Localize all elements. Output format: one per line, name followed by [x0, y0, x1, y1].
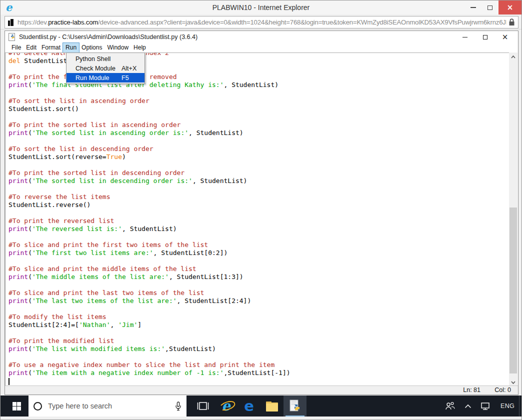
python-idle-icon	[289, 400, 301, 412]
run-menu-dropdown: Python ShellCheck ModuleAlt+XRun ModuleF…	[66, 52, 145, 84]
code-line: #To print the reversed list	[8, 217, 510, 225]
people-button[interactable]	[440, 396, 460, 416]
menu-item-accelerator: Alt+X	[122, 65, 136, 72]
windows-logo-icon	[12, 402, 21, 410]
ie-window-title: PLABWIN10 - Internet Explorer	[0, 0, 522, 14]
code-line: #To slice and print the last two items o…	[8, 289, 510, 297]
show-hidden-icons-button[interactable]	[460, 396, 476, 416]
menu-item-run-module[interactable]: Run ModuleF5	[66, 73, 144, 82]
code-line	[8, 305, 510, 313]
internet-explorer-icon: e	[222, 398, 230, 414]
menu-file[interactable]: File	[9, 43, 24, 52]
language-indicator[interactable]: ENG	[496, 396, 519, 416]
code-line	[8, 257, 510, 265]
minimize-icon	[462, 37, 468, 38]
idle-window-title: Studentlist.py - C:\Users\Admin\Download…	[19, 31, 198, 43]
menu-item-python-shell[interactable]: Python Shell	[66, 54, 144, 64]
code-line: print('The sorted list in ascending orde…	[8, 129, 510, 137]
search-placeholder: Type here to search	[48, 402, 175, 410]
status-column-number: Col: 0	[494, 386, 511, 394]
menu-help[interactable]: Help	[131, 43, 148, 52]
code-line: #To sort the list in descending order	[8, 145, 510, 153]
code-line	[8, 329, 510, 337]
cortana-icon	[34, 402, 42, 410]
ie-minimize-button[interactable]	[464, 0, 482, 14]
taskbar-python-idle-button[interactable]	[284, 396, 306, 416]
code-line	[8, 281, 510, 289]
code-line: #To use a negative index number to slice…	[8, 361, 510, 369]
code-editor[interactable]: #To delete Kathy from the list at index …	[5, 52, 510, 386]
close-icon: ×	[507, 3, 514, 12]
code-line	[8, 137, 510, 145]
code-line: StudentList.sort()	[8, 105, 510, 113]
menu-edit[interactable]: Edit	[24, 43, 39, 52]
start-button[interactable]	[4, 396, 28, 416]
show-desktop-button[interactable]	[519, 396, 522, 416]
code-line: print('The first two list items are:', S…	[8, 249, 510, 257]
scrollbar-track[interactable]	[509, 61, 518, 378]
maximize-icon	[488, 6, 492, 10]
code-line: print('The reversed list is:', StudentLi…	[8, 225, 510, 233]
code-line	[8, 209, 510, 217]
code-line: #To print the sorted list in descending …	[8, 169, 510, 177]
task-view-button[interactable]	[192, 396, 214, 416]
maximize-icon	[483, 35, 488, 40]
code-line: #To print the modified list	[8, 337, 510, 345]
address-bar[interactable]: https://dev.practice-labs.com/device-adv…	[4, 16, 518, 28]
ie-close-button[interactable]: ×	[498, 0, 522, 14]
menu-format[interactable]: Format	[39, 43, 63, 52]
menu-item-label: Check Module	[76, 65, 122, 72]
menu-item-accelerator: F5	[122, 74, 129, 82]
code-line	[8, 185, 510, 193]
code-line: #To print the sorted list in ascending o…	[8, 121, 510, 129]
network-button[interactable]	[476, 396, 496, 416]
taskbar-edge-button[interactable]: e	[238, 396, 260, 416]
code-line	[8, 377, 510, 385]
idle-menubar: FileEditFormatRunOptionsWindowHelp	[5, 43, 518, 52]
ie-maximize-button[interactable]	[482, 0, 498, 14]
taskbar-file-explorer-button[interactable]	[260, 396, 284, 416]
code-line: print('The sorted list in descending ord…	[8, 177, 510, 185]
idle-titlebar[interactable]: Studentlist.py - C:\Users\Admin\Download…	[5, 31, 518, 43]
idle-maximize-button[interactable]	[475, 31, 495, 43]
chevron-up-icon	[464, 404, 472, 408]
people-icon	[444, 402, 456, 410]
ie-address-row: https://dev.practice-labs.com/device-adv…	[0, 14, 522, 30]
menu-item-label: Python Shell	[76, 56, 122, 62]
network-icon	[480, 402, 492, 410]
code-line	[8, 89, 510, 97]
code-line: #To sort the list in ascending order	[8, 97, 510, 105]
scrollbar-thumb[interactable]	[510, 208, 517, 374]
code-line: print('The item with a negative index nu…	[8, 369, 510, 377]
code-line	[8, 233, 510, 241]
idle-minimize-button[interactable]	[455, 31, 475, 43]
ie-bottom-strip	[0, 416, 522, 420]
code-line: StudentList.sort(reverse=True)	[8, 153, 510, 161]
menu-item-check-module[interactable]: Check ModuleAlt+X	[66, 64, 144, 73]
python-file-icon	[8, 33, 16, 41]
site-favicon-icon	[8, 19, 14, 26]
scroll-up-icon[interactable]	[509, 52, 518, 61]
menu-item-label: Run Module	[76, 74, 122, 82]
close-icon: ×	[502, 34, 508, 41]
code-text: #To delete Kathy from the list at index …	[6, 52, 510, 385]
status-line-number: Ln: 81	[463, 386, 480, 394]
menu-run[interactable]: Run	[63, 43, 79, 52]
code-line	[8, 353, 510, 361]
taskbar-internet-explorer-button[interactable]: e	[214, 396, 238, 416]
text-caret	[8, 378, 10, 385]
lock-icon	[508, 18, 515, 26]
taskbar-search-input[interactable]: Type here to search	[28, 396, 186, 416]
url-text[interactable]: https://dev.practice-labs.com/device-adv…	[18, 18, 506, 26]
code-line	[8, 161, 510, 169]
menu-window[interactable]: Window	[104, 43, 131, 52]
idle-close-button[interactable]: ×	[495, 31, 515, 43]
vertical-scrollbar[interactable]	[509, 52, 518, 386]
idle-statusbar: Ln: 81 Col: 0	[5, 386, 518, 394]
code-line: #To slice and print the first two items …	[8, 241, 510, 249]
ie-titlebar: e PLABWIN10 - Internet Explorer ×	[0, 0, 522, 14]
file-explorer-icon	[266, 402, 278, 410]
menu-options[interactable]: Options	[79, 43, 104, 52]
microphone-icon[interactable]	[175, 402, 182, 411]
code-line: print('The middle items of the list are:…	[8, 273, 510, 281]
